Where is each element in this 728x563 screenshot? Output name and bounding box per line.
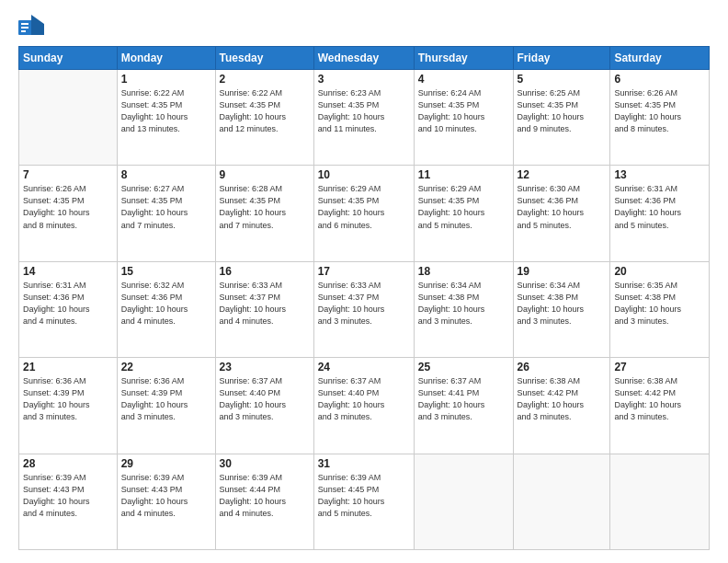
weekday-wednesday: Wednesday <box>313 47 414 70</box>
day-number: 27 <box>614 361 705 373</box>
day-info: Sunrise: 6:33 AM Sunset: 4:37 PM Dayligh… <box>220 280 310 327</box>
calendar-day-cell: 8Sunrise: 6:27 AM Sunset: 4:35 PM Daylig… <box>117 166 215 261</box>
day-info: Sunrise: 6:37 AM Sunset: 4:40 PM Dayligh… <box>318 375 410 423</box>
header <box>18 17 710 37</box>
day-info: Sunrise: 6:26 AM Sunset: 4:35 PM Dayligh… <box>23 183 113 231</box>
calendar-week-row: 14Sunrise: 6:31 AM Sunset: 4:36 PM Dayli… <box>19 261 710 357</box>
day-number: 2 <box>220 73 310 86</box>
day-info: Sunrise: 6:27 AM Sunset: 4:35 PM Dayligh… <box>121 183 211 231</box>
calendar-day-cell <box>610 454 710 549</box>
day-number: 29 <box>121 457 211 470</box>
calendar-day-cell <box>414 454 513 549</box>
day-info: Sunrise: 6:30 AM Sunset: 4:36 PM Dayligh… <box>518 183 607 231</box>
day-info: Sunrise: 6:33 AM Sunset: 4:37 PM Dayligh… <box>318 280 410 327</box>
calendar-day-cell: 2Sunrise: 6:22 AM Sunset: 4:35 PM Daylig… <box>215 70 313 166</box>
calendar-day-cell: 13Sunrise: 6:31 AM Sunset: 4:36 PM Dayli… <box>610 166 710 261</box>
day-number: 20 <box>614 265 705 278</box>
calendar-body: 1Sunrise: 6:22 AM Sunset: 4:35 PM Daylig… <box>19 70 710 550</box>
day-info: Sunrise: 6:34 AM Sunset: 4:38 PM Dayligh… <box>418 280 509 327</box>
day-number: 8 <box>121 168 211 181</box>
day-info: Sunrise: 6:39 AM Sunset: 4:43 PM Dayligh… <box>23 472 113 520</box>
calendar-day-cell: 9Sunrise: 6:28 AM Sunset: 4:35 PM Daylig… <box>215 166 313 261</box>
calendar-day-cell <box>19 70 118 166</box>
calendar-day-cell: 27Sunrise: 6:38 AM Sunset: 4:42 PM Dayli… <box>610 358 710 454</box>
svg-marker-1 <box>31 15 44 35</box>
day-info: Sunrise: 6:37 AM Sunset: 4:40 PM Dayligh… <box>220 375 310 423</box>
day-number: 18 <box>418 265 509 278</box>
day-number: 16 <box>220 265 310 278</box>
calendar-day-cell: 20Sunrise: 6:35 AM Sunset: 4:38 PM Dayli… <box>610 261 710 357</box>
logo-icon <box>18 15 44 35</box>
day-info: Sunrise: 6:22 AM Sunset: 4:35 PM Dayligh… <box>220 87 310 135</box>
day-number: 14 <box>23 265 113 278</box>
day-info: Sunrise: 6:36 AM Sunset: 4:39 PM Dayligh… <box>121 375 211 423</box>
calendar-day-cell: 14Sunrise: 6:31 AM Sunset: 4:36 PM Dayli… <box>19 261 118 357</box>
day-info: Sunrise: 6:38 AM Sunset: 4:42 PM Dayligh… <box>518 375 607 423</box>
day-number: 28 <box>23 457 113 470</box>
day-info: Sunrise: 6:34 AM Sunset: 4:38 PM Dayligh… <box>518 280 607 327</box>
calendar-table: SundayMondayTuesdayWednesdayThursdayFrid… <box>18 46 710 550</box>
day-info: Sunrise: 6:39 AM Sunset: 4:44 PM Dayligh… <box>220 472 310 520</box>
weekday-friday: Friday <box>513 47 610 70</box>
calendar-day-cell: 28Sunrise: 6:39 AM Sunset: 4:43 PM Dayli… <box>19 454 118 549</box>
day-number: 24 <box>318 361 410 373</box>
day-info: Sunrise: 6:25 AM Sunset: 4:35 PM Dayligh… <box>518 87 607 135</box>
calendar-day-cell: 26Sunrise: 6:38 AM Sunset: 4:42 PM Dayli… <box>513 358 610 454</box>
day-number: 5 <box>518 73 607 86</box>
weekday-sunday: Sunday <box>19 47 118 70</box>
calendar-day-cell: 23Sunrise: 6:37 AM Sunset: 4:40 PM Dayli… <box>215 358 313 454</box>
calendar-week-row: 21Sunrise: 6:36 AM Sunset: 4:39 PM Dayli… <box>19 358 710 454</box>
day-info: Sunrise: 6:31 AM Sunset: 4:36 PM Dayligh… <box>614 183 705 231</box>
calendar-day-cell: 5Sunrise: 6:25 AM Sunset: 4:35 PM Daylig… <box>513 70 610 166</box>
calendar-day-cell: 11Sunrise: 6:29 AM Sunset: 4:35 PM Dayli… <box>414 166 513 261</box>
weekday-saturday: Saturday <box>610 47 710 70</box>
weekday-tuesday: Tuesday <box>215 47 313 70</box>
day-number: 13 <box>614 168 705 181</box>
calendar-day-cell: 3Sunrise: 6:23 AM Sunset: 4:35 PM Daylig… <box>313 70 414 166</box>
calendar-day-cell: 1Sunrise: 6:22 AM Sunset: 4:35 PM Daylig… <box>117 70 215 166</box>
calendar-day-cell: 31Sunrise: 6:39 AM Sunset: 4:45 PM Dayli… <box>313 454 414 549</box>
calendar-day-cell: 10Sunrise: 6:29 AM Sunset: 4:35 PM Dayli… <box>313 166 414 261</box>
day-info: Sunrise: 6:23 AM Sunset: 4:35 PM Dayligh… <box>318 87 410 135</box>
day-info: Sunrise: 6:29 AM Sunset: 4:35 PM Dayligh… <box>318 183 410 231</box>
day-number: 22 <box>121 361 211 373</box>
day-info: Sunrise: 6:39 AM Sunset: 4:45 PM Dayligh… <box>318 472 410 520</box>
day-number: 25 <box>418 361 509 373</box>
day-number: 30 <box>220 457 310 470</box>
calendar-day-cell: 15Sunrise: 6:32 AM Sunset: 4:36 PM Dayli… <box>117 261 215 357</box>
logo <box>18 17 46 37</box>
calendar-day-cell: 6Sunrise: 6:26 AM Sunset: 4:35 PM Daylig… <box>610 70 710 166</box>
weekday-row: SundayMondayTuesdayWednesdayThursdayFrid… <box>19 47 710 70</box>
day-number: 3 <box>318 73 410 86</box>
day-number: 31 <box>318 457 410 470</box>
page: SundayMondayTuesdayWednesdayThursdayFrid… <box>0 0 728 563</box>
calendar-day-cell: 12Sunrise: 6:30 AM Sunset: 4:36 PM Dayli… <box>513 166 610 261</box>
calendar-day-cell: 16Sunrise: 6:33 AM Sunset: 4:37 PM Dayli… <box>215 261 313 357</box>
svg-rect-4 <box>21 30 26 32</box>
day-number: 7 <box>23 168 113 181</box>
day-info: Sunrise: 6:37 AM Sunset: 4:41 PM Dayligh… <box>418 375 509 423</box>
calendar-day-cell: 21Sunrise: 6:36 AM Sunset: 4:39 PM Dayli… <box>19 358 118 454</box>
day-info: Sunrise: 6:26 AM Sunset: 4:35 PM Dayligh… <box>614 87 705 135</box>
day-info: Sunrise: 6:22 AM Sunset: 4:35 PM Dayligh… <box>121 87 211 135</box>
day-number: 4 <box>418 73 509 86</box>
day-number: 26 <box>518 361 607 373</box>
day-number: 1 <box>121 73 211 86</box>
calendar-day-cell: 4Sunrise: 6:24 AM Sunset: 4:35 PM Daylig… <box>414 70 513 166</box>
day-info: Sunrise: 6:28 AM Sunset: 4:35 PM Dayligh… <box>220 183 310 231</box>
day-info: Sunrise: 6:24 AM Sunset: 4:35 PM Dayligh… <box>418 87 509 135</box>
calendar-day-cell: 25Sunrise: 6:37 AM Sunset: 4:41 PM Dayli… <box>414 358 513 454</box>
calendar-week-row: 28Sunrise: 6:39 AM Sunset: 4:43 PM Dayli… <box>19 454 710 549</box>
day-info: Sunrise: 6:35 AM Sunset: 4:38 PM Dayligh… <box>614 280 705 327</box>
day-number: 9 <box>220 168 310 181</box>
calendar-day-cell <box>513 454 610 549</box>
day-number: 19 <box>518 265 607 278</box>
day-info: Sunrise: 6:31 AM Sunset: 4:36 PM Dayligh… <box>23 280 113 327</box>
calendar-day-cell: 22Sunrise: 6:36 AM Sunset: 4:39 PM Dayli… <box>117 358 215 454</box>
calendar-day-cell: 7Sunrise: 6:26 AM Sunset: 4:35 PM Daylig… <box>19 166 118 261</box>
day-number: 17 <box>318 265 410 278</box>
calendar-day-cell: 24Sunrise: 6:37 AM Sunset: 4:40 PM Dayli… <box>313 358 414 454</box>
calendar-day-cell: 18Sunrise: 6:34 AM Sunset: 4:38 PM Dayli… <box>414 261 513 357</box>
day-info: Sunrise: 6:38 AM Sunset: 4:42 PM Dayligh… <box>614 375 705 423</box>
day-info: Sunrise: 6:29 AM Sunset: 4:35 PM Dayligh… <box>418 183 509 231</box>
